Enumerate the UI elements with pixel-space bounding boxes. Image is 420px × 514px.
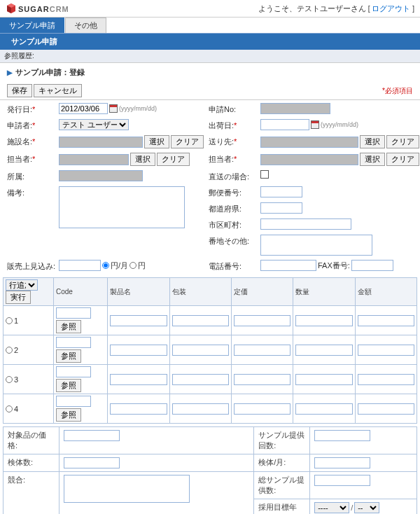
name-input[interactable] [110, 403, 167, 415]
code-input[interactable] [56, 307, 91, 319]
table-row: 1参照 [4, 306, 417, 335]
addrow-select[interactable]: 行追加 [6, 279, 38, 291]
applicant-label: 申請者:* [7, 119, 56, 131]
amt-input[interactable] [358, 403, 414, 415]
qty-input[interactable] [295, 315, 352, 326]
qty-input[interactable] [295, 345, 352, 356]
price-input[interactable] [234, 345, 290, 356]
total-supply-input[interactable] [314, 475, 370, 486]
amt-input[interactable] [358, 345, 414, 356]
fax-input[interactable] [351, 260, 393, 271]
triangle-icon: ▶ [7, 69, 13, 76]
facility-select-button[interactable]: 選択 [144, 135, 169, 148]
logout-link[interactable]: ログアウト [372, 4, 410, 13]
pkg-input[interactable] [172, 374, 229, 385]
calendar-icon[interactable] [109, 104, 118, 113]
unit-radio-month[interactable] [102, 262, 109, 269]
ref-button[interactable]: 参照 [56, 320, 81, 333]
supply-count-input[interactable] [314, 430, 370, 441]
tab-sample-request[interactable]: サンプル申請 [0, 18, 64, 33]
pref-input[interactable] [260, 202, 302, 214]
tel-input[interactable] [260, 260, 316, 271]
ship-date-input[interactable] [260, 119, 309, 130]
target-price-label: 対象品の価格: [4, 427, 59, 454]
unit-radio-yen[interactable] [130, 262, 136, 269]
amt-input[interactable] [358, 315, 414, 326]
col-pkg: 包装 [169, 278, 231, 306]
specimen-input[interactable] [64, 457, 120, 468]
code-input[interactable] [56, 337, 91, 348]
date-format-hint: (yyyy/mm/dd) [321, 121, 358, 128]
applicant-select[interactable]: テスト ユーザー [59, 119, 129, 130]
sales-label: 販売上見込み: [7, 260, 56, 272]
pkg-input[interactable] [172, 345, 229, 356]
pkg-input[interactable] [172, 403, 229, 415]
calendar-icon[interactable] [311, 120, 319, 129]
product-table: 行追加実行 Code 製品名 包装 定価 数量 金額 1参照 2参照 3参照 4… [3, 277, 417, 424]
name-input[interactable] [110, 345, 167, 356]
pic-clear-button[interactable]: クリア [157, 153, 190, 166]
row-radio[interactable] [6, 376, 13, 383]
pref-label: 都道府県: [209, 202, 258, 214]
code-input[interactable] [56, 366, 91, 377]
user-info: ようこそ、テストユーザーさん [ ログアウト ] [258, 4, 414, 14]
cancel-button[interactable]: キャンセル [34, 84, 82, 97]
zip-input[interactable] [260, 186, 302, 197]
ref-button[interactable]: 参照 [56, 349, 81, 363]
subtab-sample-request[interactable]: サンプル申請 [0, 35, 69, 48]
target-ym-label: 採用目標年月: [254, 499, 310, 515]
pic2-select-button[interactable]: 選択 [360, 153, 385, 166]
col-amt: 金額 [355, 278, 416, 306]
row-radio[interactable] [6, 347, 13, 354]
total-supply-label: 総サンプル提供数: [254, 472, 310, 499]
sales-input[interactable] [59, 260, 101, 271]
logo-text-bold: SUGAR [18, 5, 50, 13]
facility-clear-button[interactable]: クリア [171, 135, 204, 148]
ref-button[interactable]: 参照 [56, 408, 81, 422]
logo: SUGARCRM [6, 3, 69, 14]
col-code: Code [54, 278, 108, 306]
code-input[interactable] [56, 396, 91, 407]
lower-table: 対象品の価格: サンプル提供回数: 検体数: 検体/月: 競合: 総サンプル提供… [3, 426, 417, 514]
issue-date-input[interactable] [59, 103, 108, 114]
supply-count-label: サンプル提供回数: [254, 427, 310, 454]
row-radio[interactable] [6, 405, 13, 412]
ref-button[interactable]: 参照 [56, 379, 81, 392]
amt-input[interactable] [358, 374, 414, 385]
pic2-clear-button[interactable]: クリア [386, 153, 419, 166]
tab-other[interactable]: その他 [65, 18, 106, 33]
name-input[interactable] [110, 315, 167, 326]
save-button[interactable]: 保存 [7, 84, 32, 97]
facility-label: 施設名:* [7, 135, 56, 147]
pic2-field [260, 154, 358, 165]
addr-textarea[interactable] [260, 235, 372, 256]
specimen-month-input[interactable] [314, 457, 370, 468]
city-input[interactable] [260, 218, 351, 230]
pic-select-button[interactable]: 選択 [130, 153, 155, 166]
fax-label: FAX番号: [318, 261, 350, 271]
table-row: 2参照 [4, 335, 417, 365]
name-input[interactable] [110, 374, 167, 385]
qty-input[interactable] [295, 374, 352, 385]
qty-input[interactable] [295, 403, 352, 415]
price-input[interactable] [234, 403, 290, 415]
row-radio[interactable] [6, 317, 13, 324]
addr-label: 番地その他: [209, 235, 258, 246]
note-textarea[interactable] [59, 186, 185, 228]
price-input[interactable] [234, 374, 290, 385]
destination-clear-button[interactable]: クリア [386, 135, 419, 148]
unit-yen-label: 円 [138, 261, 146, 271]
pkg-input[interactable] [172, 315, 229, 326]
facility-field [59, 137, 143, 148]
exec-button[interactable]: 実行 [6, 291, 31, 304]
target-month-select[interactable]: -- [354, 502, 379, 513]
competitor-textarea[interactable] [64, 475, 190, 503]
col-price: 定価 [231, 278, 293, 306]
logo-text-light: CRM [50, 5, 69, 13]
target-year-select[interactable]: ---- [314, 502, 349, 513]
price-input[interactable] [234, 315, 290, 326]
direct-checkbox[interactable] [260, 170, 269, 179]
destination-select-button[interactable]: 選択 [360, 135, 385, 148]
target-price-input[interactable] [64, 430, 120, 441]
request-no-field [260, 103, 330, 114]
